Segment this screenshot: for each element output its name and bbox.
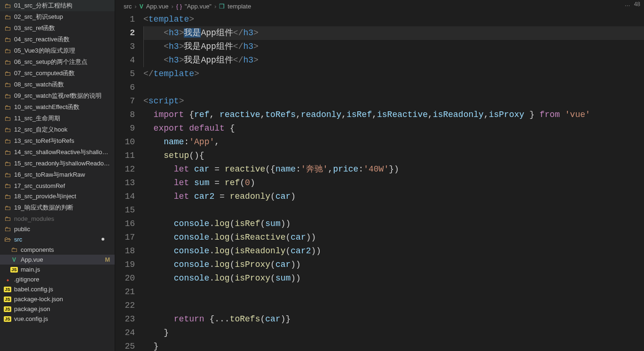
sidebar-item[interactable]: components	[0, 244, 115, 255]
sidebar-item-label: node_modules	[14, 215, 110, 222]
sidebar-item[interactable]: JSpackage-lock.json	[0, 294, 115, 304]
line-number: 23	[115, 312, 135, 326]
code-line[interactable]: import {ref, reactive,toRefs,readonly,is…	[143, 108, 644, 122]
sidebar-item[interactable]: 02_src_初识setup	[0, 11, 115, 23]
sidebar-item[interactable]: 12_src_自定义hook	[0, 124, 115, 135]
modified-dot-icon	[102, 238, 104, 241]
code-line[interactable]: setup(){	[143, 149, 644, 163]
folder-icon	[4, 81, 11, 88]
sidebar-item[interactable]: JSmain.js	[0, 265, 115, 274]
breadcrumb-separator-icon: ›	[134, 3, 136, 10]
sidebar-item[interactable]: 06_src_setup的两个注意点	[0, 56, 115, 68]
code-line[interactable]: <h3>我是App组件</h3>	[143, 40, 644, 54]
sidebar-item[interactable]: 17_src_customRef	[0, 180, 115, 191]
breadcrumb-separator-icon: ›	[171, 3, 173, 10]
line-number: 6	[115, 81, 135, 94]
sidebar-item[interactable]: 10_src_watchEffect函数	[0, 101, 115, 113]
code-line[interactable]: console.log(isProxy(car))	[143, 258, 644, 272]
line-number: 7	[115, 94, 135, 108]
file-status-badge: M	[105, 256, 110, 263]
sidebar-item-label: 10_src_watchEffect函数	[14, 103, 110, 111]
code-line[interactable]	[143, 81, 644, 94]
folder-icon	[4, 225, 11, 233]
sidebar-item[interactable]: 14_src_shallowReactive与shallowRef	[0, 147, 115, 158]
sidebar-item-label: 13_src_toRef与toRefs	[14, 137, 110, 145]
sidebar-item-label: main.js	[21, 266, 110, 273]
sidebar-item[interactable]: 07_src_computed函数	[0, 68, 115, 79]
sidebar-item-label: 06_src_setup的两个注意点	[14, 58, 110, 66]
sidebar-item[interactable]: node_modules	[0, 213, 115, 224]
explorer-sidebar[interactable]: 01_src_分析工程结构02_src_初识setup03_src_ref函数0…	[0, 0, 115, 351]
breadcrumb-item[interactable]: src	[124, 3, 132, 10]
sidebar-item[interactable]: 04_src_reactive函数	[0, 34, 115, 45]
sidebar-item[interactable]: src	[0, 234, 115, 244]
code-line[interactable]: console.log(isRef(sum))	[143, 217, 644, 231]
code-line[interactable]: <h3>我是App组件</h3>	[143, 26, 644, 40]
code-line[interactable]: </template>	[143, 67, 644, 81]
line-number: 3	[115, 40, 135, 54]
sidebar-item[interactable]: 13_src_toRef与toRefs	[0, 135, 115, 147]
sidebar-item[interactable]: 18_src_provide与inject	[0, 191, 115, 202]
code-line[interactable]: let car = reactive({name:'奔驰',price:'40W…	[143, 163, 644, 176]
sidebar-item-label: 11_src_生命周期	[14, 114, 110, 123]
code-line[interactable]: let car2 = readonly(car)	[143, 190, 644, 203]
sidebar-item[interactable]: JSbabel.config.js	[0, 284, 115, 294]
sidebar-item[interactable]: 01_src_分析工程结构	[0, 0, 115, 11]
code-line[interactable]: export default {	[143, 122, 644, 135]
line-number: 20	[115, 272, 135, 285]
code-line[interactable]: console.log(isProxy(sum))	[143, 272, 644, 285]
sidebar-item[interactable]: JSvue.config.js	[0, 314, 115, 324]
code-line[interactable]	[143, 299, 644, 312]
folder-icon	[4, 103, 11, 111]
sidebar-item[interactable]: 11_src_生命周期	[0, 113, 115, 124]
code-line[interactable]: console.log(isReadonly(car2))	[143, 244, 644, 258]
sidebar-item[interactable]: 09_src_watch监视ref数据的说明	[0, 90, 115, 101]
breadcrumb-item[interactable]: template	[228, 3, 251, 10]
sidebar-item-label: 19_响应式数据的判断	[14, 203, 110, 212]
code-line[interactable]: <h3>我是App组件</h3>	[143, 54, 644, 67]
code-line[interactable]: name:'App',	[143, 135, 644, 149]
code-line[interactable]	[143, 285, 644, 299]
sidebar-item[interactable]: 05_Vue3的响应式原理	[0, 45, 115, 56]
sidebar-item[interactable]: 03_src_ref函数	[0, 23, 115, 34]
breadcrumb-item[interactable]: "App.vue"	[185, 3, 212, 10]
code-line[interactable]: <script>	[143, 94, 644, 108]
line-number: 17	[115, 231, 135, 244]
vue-file-icon	[10, 257, 18, 263]
line-number: 13	[115, 176, 135, 190]
sidebar-item-label: package.json	[14, 305, 110, 312]
code-line[interactable]	[143, 203, 644, 217]
folder-icon	[4, 148, 11, 156]
code-line[interactable]: }	[143, 340, 644, 351]
sidebar-item[interactable]: .gitignore	[0, 274, 115, 284]
sidebar-item[interactable]: 16_src_toRaw与markRaw	[0, 169, 115, 180]
code-line[interactable]: return {...toRefs(car)}	[143, 312, 644, 326]
code-line[interactable]: }	[143, 326, 644, 340]
line-number: 16	[115, 217, 135, 231]
sidebar-item-label: 16_src_toRaw与markRaw	[14, 171, 110, 179]
line-number: 12	[115, 163, 135, 176]
sidebar-item[interactable]: JSpackage.json	[0, 304, 115, 314]
breadcrumb-item[interactable]: App.vue	[146, 3, 169, 10]
sidebar-item[interactable]: public	[0, 224, 115, 234]
sidebar-item-label: vue.config.js	[14, 315, 110, 322]
js-file-icon: JS	[4, 287, 11, 292]
sidebar-item[interactable]: 08_src_watch函数	[0, 79, 115, 90]
line-number: 24	[115, 326, 135, 340]
sidebar-item[interactable]: App.vueM	[0, 255, 115, 265]
code-editor[interactable]: 1234567891011121314151617181920212223242…	[115, 13, 644, 351]
code-line[interactable]: <template>	[143, 13, 644, 26]
code-line[interactable]: console.log(isReactive(car))	[143, 231, 644, 244]
sidebar-item[interactable]: 15_src_readonly与shallowReadonly	[0, 158, 115, 169]
breadcrumbs[interactable]: src›App.vue›{ }"App.vue"›❒template	[115, 0, 644, 13]
symbol-namespace-icon: { }	[176, 3, 182, 10]
sidebar-item-label: App.vue	[21, 256, 102, 263]
sidebar-item-label: src	[14, 236, 110, 243]
line-number: 11	[115, 149, 135, 163]
code-content[interactable]: <template> <h3>我是App组件</h3> <h3>我是App组件<…	[143, 13, 644, 351]
sidebar-item[interactable]: 19_响应式数据的判断	[0, 202, 115, 213]
code-line[interactable]: let sum = ref(0)	[143, 176, 644, 190]
more-icon[interactable]: …	[625, 1, 630, 8]
sidebar-item-label: .gitignore	[14, 276, 110, 283]
js-file-icon: JS	[4, 296, 11, 302]
